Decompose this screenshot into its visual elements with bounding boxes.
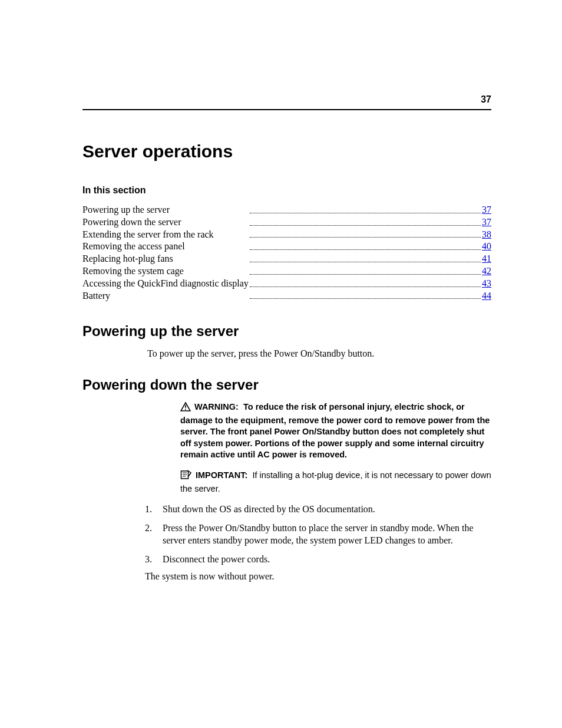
toc-leader bbox=[249, 229, 482, 241]
toc-leader bbox=[249, 290, 482, 302]
toc-page-link[interactable]: 37 bbox=[482, 205, 491, 215]
warning-label: WARNING: To reduce the risk of personal … bbox=[180, 402, 490, 459]
section-heading-powering-up: Powering up the server bbox=[82, 323, 491, 340]
step-number: 3. bbox=[145, 553, 163, 566]
toc-label: Removing the system cage bbox=[82, 265, 249, 278]
toc-label: Accessing the QuickFind diagnostic displ… bbox=[82, 278, 249, 290]
step-number: 1. bbox=[145, 503, 163, 516]
warning-block: WARNING: To reduce the risk of personal … bbox=[180, 401, 491, 461]
toc-leader bbox=[249, 204, 482, 216]
toc-page-link[interactable]: 44 bbox=[482, 291, 491, 301]
toc-label: Powering up the server bbox=[82, 204, 249, 216]
step-text: Press the Power On/Standby button to pla… bbox=[163, 522, 491, 547]
toc-page-link[interactable]: 37 bbox=[482, 217, 491, 227]
content: Server operations In this section Poweri… bbox=[82, 141, 491, 582]
toc-leader bbox=[249, 241, 482, 253]
toc-row: Replacing hot-plug fans 41 bbox=[82, 253, 491, 265]
page: 37 Server operations In this section Pow… bbox=[0, 0, 562, 728]
powering-up-body: To power up the server, press the Power … bbox=[147, 348, 491, 360]
page-title: Server operations bbox=[82, 141, 491, 162]
toc-row: Removing the access panel 40 bbox=[82, 241, 491, 253]
toc-leader bbox=[249, 253, 482, 265]
step-text: Shut down the OS as directed by the OS d… bbox=[163, 503, 491, 516]
toc-page-link[interactable]: 43 bbox=[482, 278, 491, 288]
list-item: 1. Shut down the OS as directed by the O… bbox=[82, 503, 491, 516]
toc-label: Replacing hot-plug fans bbox=[82, 253, 249, 265]
list-item: 2. Press the Power On/Standby button to … bbox=[82, 522, 491, 547]
in-this-section-heading: In this section bbox=[82, 185, 491, 196]
toc-row: Powering down the server 37 bbox=[82, 216, 491, 229]
toc-row: Extending the server from the rack 38 bbox=[82, 229, 491, 241]
toc: Powering up the server 37 Powering down … bbox=[82, 204, 491, 302]
important-icon bbox=[180, 469, 192, 483]
page-number: 37 bbox=[481, 94, 491, 105]
toc-row: Accessing the QuickFind diagnostic displ… bbox=[82, 278, 491, 290]
toc-leader bbox=[249, 265, 482, 278]
steps-list: 1. Shut down the OS as directed by the O… bbox=[82, 503, 491, 565]
toc-leader bbox=[249, 216, 482, 229]
toc-page-link[interactable]: 38 bbox=[482, 229, 491, 239]
toc-page-link[interactable]: 40 bbox=[482, 241, 491, 251]
toc-row: Powering up the server 37 bbox=[82, 204, 491, 216]
toc-row: Removing the system cage 42 bbox=[82, 265, 491, 278]
step-text: Disconnect the power cords. bbox=[163, 553, 491, 566]
toc-leader bbox=[249, 278, 482, 290]
header-rule bbox=[82, 109, 491, 110]
toc-row: Battery 44 bbox=[82, 290, 491, 302]
toc-page-link[interactable]: 42 bbox=[482, 266, 491, 276]
step-number: 2. bbox=[145, 522, 163, 547]
toc-label: Powering down the server bbox=[82, 216, 249, 229]
toc-label: Removing the access panel bbox=[82, 241, 249, 253]
svg-point-2 bbox=[185, 409, 186, 410]
closing-text: The system is now without power. bbox=[145, 571, 491, 582]
section-heading-powering-down: Powering down the server bbox=[82, 377, 491, 393]
toc-label: Extending the server from the rack bbox=[82, 229, 249, 241]
toc-page-link[interactable]: 41 bbox=[482, 253, 491, 263]
list-item: 3. Disconnect the power cords. bbox=[82, 553, 491, 566]
important-label: IMPORTANT: bbox=[196, 470, 247, 480]
toc-label: Battery bbox=[82, 290, 249, 302]
important-block: IMPORTANT: If installing a hot-plug devi… bbox=[180, 469, 491, 495]
warning-icon bbox=[180, 402, 191, 415]
